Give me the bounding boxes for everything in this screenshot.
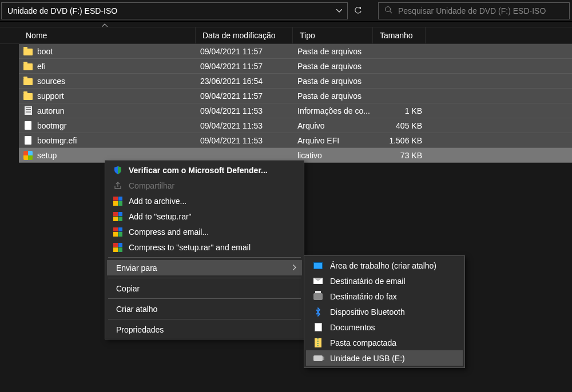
menu-label: Compartilhar xyxy=(129,181,174,190)
menu-label: Destinatário do fax xyxy=(330,292,397,301)
cell-date: 09/04/2021 11:53 xyxy=(196,121,293,130)
submenu-desktop[interactable]: Área de trabalho (criar atalho) xyxy=(306,258,463,273)
share-icon xyxy=(113,181,123,191)
menu-compress-email[interactable]: Compress and email... xyxy=(107,224,302,239)
table-row[interactable]: support09/04/2021 11:57Pasta de arquivos xyxy=(19,89,572,103)
address-text: Unidade de DVD (F:) ESD-ISO xyxy=(2,6,331,15)
menu-properties[interactable]: Propriedades xyxy=(107,322,302,337)
inf-icon xyxy=(23,106,33,115)
address-bar[interactable]: Unidade de DVD (F:) ESD-ISO xyxy=(1,2,348,19)
sort-ascending-icon xyxy=(102,22,108,28)
chevron-right-icon xyxy=(293,265,296,271)
document-icon xyxy=(313,323,323,332)
cell-type: Pasta de arquivos xyxy=(293,47,373,56)
cell-date: 09/04/2021 11:57 xyxy=(196,47,293,56)
refresh-button[interactable] xyxy=(349,2,367,19)
menu-separator xyxy=(108,319,301,319)
menu-separator xyxy=(108,278,301,278)
top-bar: Unidade de DVD (F:) ESD-ISO Pesquisar Un… xyxy=(0,0,572,22)
cell-size: 73 KB xyxy=(373,151,426,160)
table-row[interactable]: efi09/04/2021 11:57Pasta de arquivos xyxy=(19,59,572,74)
cell-name: support xyxy=(19,91,196,101)
file-icon xyxy=(23,121,33,130)
cell-name: boot xyxy=(19,47,196,56)
svg-point-0 xyxy=(386,7,391,12)
winrar-icon xyxy=(113,196,123,206)
usb-drive-icon xyxy=(313,354,323,363)
desktop-icon xyxy=(313,261,323,270)
menu-copy[interactable]: Copiar xyxy=(107,281,302,296)
column-size[interactable]: Tamanho xyxy=(373,27,426,43)
winrar-icon xyxy=(113,227,123,237)
menu-compress-setup-email[interactable]: Compress to "setup.rar" and email xyxy=(107,239,302,255)
menu-add-archive[interactable]: Add to archive... xyxy=(107,193,302,209)
menu-label: Pasta compactada xyxy=(330,338,396,347)
table-row[interactable]: sources23/06/2021 16:54Pasta de arquivos xyxy=(19,74,572,89)
select-all-checkbox[interactable] xyxy=(0,27,19,43)
menu-create-shortcut[interactable]: Criar atalho xyxy=(107,301,302,317)
search-box[interactable]: Pesquisar Unidade de DVD (F:) ESD-ISO xyxy=(378,2,570,19)
menu-send-to[interactable]: Enviar para xyxy=(107,260,302,275)
cell-type: Pasta de arquivos xyxy=(293,77,373,86)
file-icon xyxy=(23,136,33,145)
cell-name: sources xyxy=(19,77,196,86)
submenu-fax[interactable]: Destinatário do fax xyxy=(306,289,463,304)
cell-type: licativo xyxy=(293,151,373,160)
submenu-bluetooth[interactable]: Dispositivo Bluetooth xyxy=(306,304,463,319)
application-icon xyxy=(23,151,33,160)
search-icon xyxy=(384,6,392,15)
fax-icon xyxy=(313,292,323,301)
table-row[interactable]: autorun09/04/2021 11:53Informações de co… xyxy=(19,103,572,118)
cell-name: bootmgr xyxy=(19,121,196,130)
table-row[interactable]: bootmgr.efi09/04/2021 11:53Arquivo EFI1.… xyxy=(19,133,572,148)
menu-separator xyxy=(108,298,301,299)
menu-label: Compress to "setup.rar" and email xyxy=(129,243,251,252)
menu-label: Documentos xyxy=(330,323,375,332)
column-date[interactable]: Data de modificação xyxy=(196,27,293,43)
menu-defender[interactable]: Verificar com o Microsoft Defender... xyxy=(107,162,302,178)
zip-icon xyxy=(313,338,323,347)
cell-type: Informações de co... xyxy=(293,106,373,115)
menu-label: Add to archive... xyxy=(129,197,186,206)
cell-type: Arquivo xyxy=(293,121,373,130)
menu-label: Copiar xyxy=(116,284,140,293)
cell-name: setup xyxy=(19,151,196,160)
cell-size: 1.506 KB xyxy=(373,136,426,145)
cell-date: 09/04/2021 11:53 xyxy=(196,106,293,115)
context-menu: Verificar com o Microsoft Defender... Co… xyxy=(105,160,304,339)
menu-label: Destinatário de email xyxy=(330,277,406,286)
column-type[interactable]: Tipo xyxy=(293,27,373,43)
submenu-documents[interactable]: Documentos xyxy=(306,319,463,335)
column-headers: Nome Data de modificação Tipo Tamanho xyxy=(0,27,572,44)
menu-label: Add to "setup.rar" xyxy=(129,212,192,221)
bluetooth-icon xyxy=(313,307,323,317)
cell-date: 09/04/2021 11:57 xyxy=(196,62,293,71)
submenu-usb[interactable]: Unidade de USB (E:) xyxy=(306,350,463,366)
cell-date: 09/04/2021 11:57 xyxy=(196,91,293,101)
folder-icon xyxy=(23,62,33,71)
svg-line-1 xyxy=(390,11,392,14)
submenu-compressed[interactable]: Pasta compactada xyxy=(306,335,463,350)
cell-name: bootmgr.efi xyxy=(19,136,196,145)
cell-type: Pasta de arquivos xyxy=(293,91,373,101)
folder-icon xyxy=(23,77,33,86)
menu-label: Compress and email... xyxy=(129,227,209,237)
shield-icon xyxy=(113,165,123,175)
winrar-icon xyxy=(113,242,123,253)
menu-label: Enviar para xyxy=(116,263,157,273)
table-row[interactable]: boot09/04/2021 11:57Pasta de arquivos xyxy=(19,44,572,59)
table-row[interactable]: bootmgr09/04/2021 11:53Arquivo405 KB xyxy=(19,118,572,133)
cell-size: 405 KB xyxy=(373,121,426,130)
search-placeholder: Pesquisar Unidade de DVD (F:) ESD-ISO xyxy=(398,6,546,15)
menu-label: Criar atalho xyxy=(116,305,157,314)
menu-add-setup-rar[interactable]: Add to "setup.rar" xyxy=(107,209,302,224)
address-dropdown-icon[interactable] xyxy=(331,3,347,19)
winrar-icon xyxy=(113,211,123,222)
file-list: boot09/04/2021 11:57Pasta de arquivosefi… xyxy=(19,44,572,163)
cell-name: autorun xyxy=(19,106,196,115)
cell-name: efi xyxy=(19,62,196,71)
menu-label: Unidade de USB (E:) xyxy=(330,354,405,363)
submenu-mail[interactable]: Destinatário de email xyxy=(306,273,463,289)
menu-label: Dispositivo Bluetooth xyxy=(330,307,405,317)
column-name[interactable]: Nome xyxy=(19,27,196,43)
